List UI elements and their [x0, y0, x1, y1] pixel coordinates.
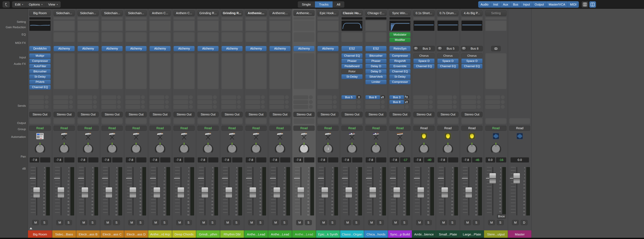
mute-button[interactable]: M	[128, 220, 135, 225]
send-slot[interactable]	[461, 100, 476, 104]
group-slot[interactable]	[270, 118, 290, 124]
channel-setting-button[interactable]: Sidechain...	[54, 10, 75, 16]
group-slot[interactable]	[486, 118, 506, 124]
send-slot[interactable]	[78, 100, 92, 104]
output-button[interactable]: Stereo Out	[437, 112, 458, 117]
send-bus-button[interactable]: Bus 5	[342, 95, 356, 99]
group-slot[interactable]	[54, 118, 74, 124]
fader-cap[interactable]	[250, 187, 256, 198]
input-instrument-button[interactable]: Alchemy	[54, 46, 75, 51]
fader-cap[interactable]	[465, 187, 472, 198]
send-slot[interactable]	[365, 105, 380, 109]
send-slot[interactable]	[318, 105, 332, 109]
group-slot[interactable]	[78, 118, 98, 124]
send-slot[interactable]	[270, 100, 284, 104]
send-slot[interactable]	[318, 95, 332, 99]
view-mode-all[interactable]: All	[333, 2, 344, 8]
audio-fx-button[interactable]: St-Delay	[29, 74, 51, 79]
solo-button[interactable]: S	[137, 220, 144, 225]
audio-fx-slot[interactable]	[294, 53, 314, 89]
audio-fx-button[interactable]: Channel EQ	[413, 64, 434, 69]
output-button[interactable]: Stereo Out	[461, 112, 482, 117]
eq-display[interactable]	[78, 21, 98, 31]
volume-db-value[interactable]: -7.8	[222, 157, 231, 162]
midi-fx-slot[interactable]	[270, 32, 290, 42]
output-button[interactable]: Stereo Out	[126, 112, 147, 117]
input-instrument-button[interactable]: Alchemy	[78, 46, 99, 51]
menu-edit[interactable]: Edit▾	[12, 2, 26, 8]
input-instrument-button[interactable]: Alchemy	[150, 46, 171, 51]
group-slot[interactable]	[150, 118, 170, 124]
send-slot[interactable]	[413, 105, 428, 109]
channel-setting-button[interactable]: Grinding R...	[222, 10, 243, 16]
volume-db-value[interactable]: -7.8	[30, 157, 39, 162]
midi-fx-slot[interactable]	[294, 32, 314, 42]
peak-level-value[interactable]	[88, 157, 98, 162]
solo-button[interactable]: S	[305, 220, 312, 225]
menu-view[interactable]: View▾	[46, 2, 60, 8]
solo-button[interactable]: S	[161, 220, 168, 225]
eq-display[interactable]	[462, 21, 482, 31]
audio-fx-button[interactable]: St-Delay	[342, 74, 362, 79]
fader-cap[interactable]	[322, 187, 328, 198]
track-name[interactable]: Anthe...Lead	[268, 230, 292, 238]
audio-fx-slot[interactable]	[126, 53, 146, 89]
mute-button[interactable]: M	[344, 220, 351, 225]
audio-fx-button[interactable]: Chorus	[461, 53, 482, 58]
automation-mode-button[interactable]: Read	[126, 126, 147, 131]
input-instrument-button[interactable]: Alchemy	[246, 46, 267, 51]
group-slot[interactable]	[342, 118, 362, 124]
audio-fx-button[interactable]: Channel EQ	[29, 85, 51, 90]
channel-setting-button[interactable]: Anthemic...	[270, 10, 291, 16]
audio-fx-slot[interactable]	[486, 53, 506, 89]
group-slot[interactable]	[462, 118, 482, 124]
midi-fx-slot[interactable]	[318, 32, 338, 42]
input-bus-button[interactable]: Bus 3	[413, 46, 435, 51]
send-slot[interactable]	[126, 95, 140, 99]
mute-button[interactable]: M	[320, 220, 327, 225]
solo-button[interactable]: S	[185, 220, 192, 225]
channel-setting-button[interactable]: Anthem C...	[150, 10, 171, 16]
send-knob[interactable]	[405, 95, 409, 100]
input-instrument-button[interactable]: Alchemy	[222, 46, 243, 51]
fader-cap[interactable]	[226, 187, 232, 198]
solo-button[interactable]: S	[89, 220, 96, 225]
peak-level-value[interactable]	[304, 157, 314, 162]
audio-fx-button[interactable]: Delay D	[365, 64, 386, 69]
eq-display[interactable]	[246, 21, 266, 31]
volume-db-value[interactable]: -7.8	[198, 157, 207, 162]
mute-button[interactable]: M	[368, 220, 375, 225]
channel-setting-button[interactable]: Sidechain...	[102, 10, 123, 16]
track-name[interactable]: Grindi...ythm	[196, 230, 220, 238]
channel-setting-button[interactable]: Anthemic...	[246, 10, 267, 16]
eq-display[interactable]	[222, 21, 242, 31]
track-name[interactable]: Epic...k Synth	[316, 230, 340, 238]
track-name[interactable]: Sync...p Build	[388, 230, 412, 238]
mute-button[interactable]: M	[200, 220, 207, 225]
output-button[interactable]: Stereo Out	[365, 112, 386, 117]
output-button[interactable]: Stereo Out	[294, 112, 314, 117]
audio-fx-button[interactable]: Ringshift	[389, 59, 410, 64]
fader-cap[interactable]	[369, 187, 376, 198]
group-slot[interactable]	[29, 118, 50, 124]
fader-cap[interactable]	[393, 187, 400, 198]
volume-db-value[interactable]: -7.8	[390, 157, 399, 162]
automation-mode-button[interactable]: Read	[102, 126, 123, 131]
send-bus-button[interactable]: Bus 3	[389, 95, 404, 99]
filter-bus[interactable]: Bus	[511, 1, 521, 8]
track-name[interactable]: Deep Chords	[172, 230, 196, 238]
pan-knob[interactable]	[442, 142, 454, 155]
track-name[interactable]: Stere...utput	[484, 230, 508, 238]
channel-setting-button[interactable]: Chicago C...	[365, 10, 386, 16]
send-slot[interactable]	[294, 105, 308, 109]
mute-button[interactable]: M	[104, 220, 111, 225]
channel-setting-button[interactable]: Epic Hook...	[318, 10, 338, 16]
eq-display[interactable]	[198, 21, 218, 31]
filter-mastervca[interactable]: Master/VCA	[546, 1, 568, 8]
send-slot[interactable]	[294, 100, 308, 104]
send-slot[interactable]	[270, 105, 284, 109]
pan-knob[interactable]	[106, 142, 118, 155]
group-slot[interactable]	[198, 118, 218, 124]
group-slot[interactable]	[222, 118, 242, 124]
automation-mode-button[interactable]: Read	[389, 126, 410, 131]
